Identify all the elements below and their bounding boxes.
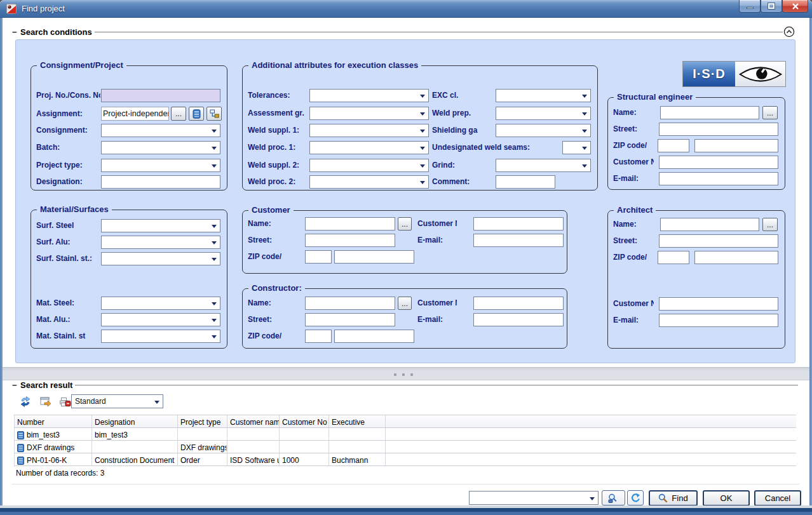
delete-result-button[interactable] [57,394,72,409]
weld-suppl1-label: Weld suppl. 1: [248,126,308,135]
weld-proc2-combobox[interactable] [309,175,429,189]
search-result-title: Search result [18,380,75,390]
batch-combobox[interactable] [101,141,220,154]
group-structural-engineer: Structural engineer Name: ... Street: ZI… [607,97,785,190]
surf-steel-combobox[interactable] [101,219,220,232]
record-count: Number of data records: 3 [16,469,104,478]
engineer-customer-no-input[interactable] [659,156,778,169]
column-header-project-type[interactable]: Project type [178,415,227,427]
cell-customer-no [280,428,329,440]
customer-email-input[interactable] [473,234,564,247]
reset-search-button[interactable] [627,490,644,505]
architect-street-input[interactable] [659,234,778,248]
zip-label: ZIP code/ [248,252,304,262]
export-results-button[interactable] [38,394,53,409]
consignment-combobox[interactable] [101,124,220,137]
customer-name-input[interactable] [305,217,395,231]
cell-designation: bim_test3 [92,428,178,440]
constructor-email-input[interactable] [473,313,564,326]
group-execution-classes: Additional attributes for execution clas… [242,65,598,191]
architect-zip-input[interactable] [658,251,689,264]
weld-proc1-combobox[interactable] [309,141,429,154]
constructor-name-input[interactable] [305,297,395,310]
minimize-button[interactable] [739,0,761,13]
groupbox-dash-icon: − [12,380,17,390]
undesignated-weld-seams-combobox[interactable] [562,141,591,154]
engineer-city-input[interactable] [694,139,778,152]
column-header-number[interactable]: Number [14,415,92,427]
title-bar[interactable]: Find project [0,0,812,18]
constructor-street-input[interactable] [305,313,395,326]
cancel-button[interactable]: Cancel [754,490,801,506]
assessment-gr-combobox[interactable] [309,107,429,120]
save-search-button[interactable] [602,490,625,505]
close-button[interactable] [782,0,808,13]
tolerances-combobox[interactable] [309,89,429,102]
customer-street-input[interactable] [305,234,395,247]
customer-zip-input[interactable] [305,250,332,264]
designation-input[interactable] [101,175,220,189]
surf-alu-combobox[interactable] [101,236,220,249]
column-header-designation[interactable]: Designation [92,415,178,427]
surf-steel-label: Surf. Steel [36,221,100,231]
weld-suppl2-label: Weld suppl. 2: [248,161,308,170]
comment-label: Comment: [432,177,493,187]
constructor-browse-button[interactable]: ... [398,297,412,310]
engineer-browse-button[interactable]: ... [762,106,778,119]
restore-button[interactable] [761,0,782,13]
mat-steel-combobox[interactable] [101,297,220,310]
architect-browse-button[interactable]: ... [762,218,778,231]
shielding-gas-combobox[interactable] [496,124,591,137]
table-row[interactable]: PN-01-06-K Construction Document Order I… [14,453,796,466]
grind-combobox[interactable] [496,159,591,172]
dropdown-arrow-icon [590,497,595,500]
engineer-email-input[interactable] [659,172,778,185]
weld-prep-combobox[interactable] [496,107,591,120]
project-type-combobox[interactable] [101,159,220,172]
project-type-label: Project type: [36,161,100,170]
table-row[interactable]: DXF drawings DXF drawings [14,441,796,453]
mat-alu-combobox[interactable] [101,313,220,326]
column-header-customer-name[interactable]: Customer nam [227,415,280,427]
find-button[interactable]: Find [649,490,698,506]
surf-stainless-combobox[interactable] [101,252,220,265]
refresh-results-button[interactable] [18,394,33,409]
column-header-executive[interactable]: Executive [329,415,386,427]
assignment-browse-button[interactable]: ... [171,107,186,121]
constructor-city-input[interactable] [334,330,414,343]
column-header-customer-no[interactable]: Customer No [280,415,329,427]
weld-suppl1-combobox[interactable] [309,124,429,137]
customer-city-input[interactable] [334,250,414,264]
engineer-name-input[interactable] [660,106,759,119]
engineer-street-input[interactable] [659,123,778,136]
panel-splitter[interactable] [3,367,809,380]
weld-suppl2-combobox[interactable] [309,159,429,172]
cell-number: bim_test3 [27,431,60,439]
assignment-database-button[interactable] [189,107,204,121]
architect-name-input[interactable] [660,218,759,231]
constructor-customer-no-input[interactable] [473,297,564,310]
constructor-zip-input[interactable] [305,330,332,343]
ok-button[interactable]: OK [703,490,750,506]
isd-logo-text: I·S·D [683,62,735,86]
assessment-gr-label: Assessment gr. [248,109,308,118]
saved-search-combobox[interactable] [469,491,599,505]
engineer-zip-input[interactable] [658,139,689,152]
exc-cl-label: EXC cl. [432,91,493,100]
customer-browse-button[interactable]: ... [398,217,412,231]
exc-cl-combobox[interactable] [496,89,591,102]
architect-customer-no-input[interactable] [659,297,778,311]
street-label: Street: [613,236,655,246]
architect-email-input[interactable] [659,314,778,327]
mat-stainless-combobox[interactable] [101,330,220,343]
customer-no-input[interactable] [473,217,564,231]
project-structure-icon [210,109,219,118]
table-row[interactable]: bim_test3 bim_test3 [14,428,796,441]
proj-no-input[interactable] [101,89,220,102]
comment-input[interactable] [496,175,555,189]
result-view-combobox[interactable]: Standard [71,394,163,408]
assignment-structure-button[interactable] [206,107,222,121]
collapse-search-conditions-button[interactable] [783,26,795,37]
architect-city-input[interactable] [694,251,778,264]
dropdown-arrow-icon [212,164,217,168]
